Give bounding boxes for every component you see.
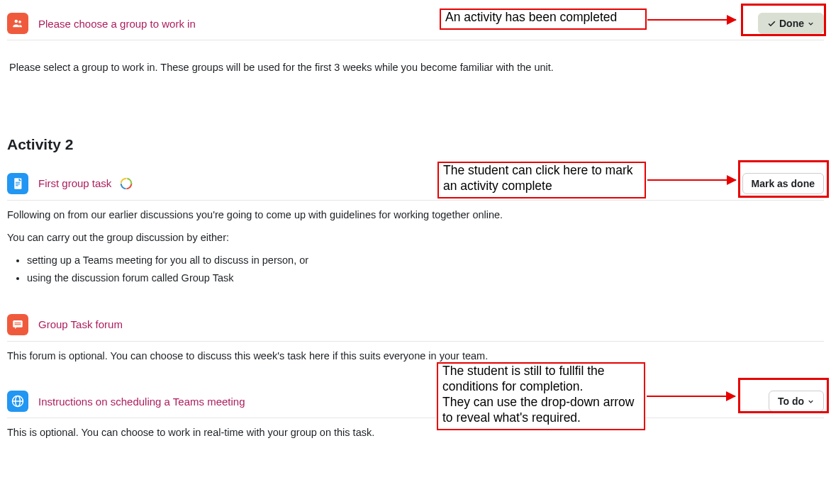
mark-as-done-label: Mark as done xyxy=(752,178,815,189)
group-icon xyxy=(7,13,28,34)
done-button[interactable]: Done xyxy=(758,13,824,34)
activity-header: Please choose a group to work in Done xyxy=(7,7,824,40)
activity-first-group-task: First group task Mark as done The studen… xyxy=(7,167,824,287)
bullet-item: using the discussion forum called Group … xyxy=(27,270,824,286)
arrow-done xyxy=(647,19,736,21)
svg-rect-12 xyxy=(15,324,21,325)
todo-button-label: To do xyxy=(778,396,804,407)
activity-title-link[interactable]: Group Task forum xyxy=(38,318,123,330)
activity-description-2: You can carry out the group discussion b… xyxy=(7,230,824,246)
activity-header: Group Task forum xyxy=(7,308,824,342)
svg-point-0 xyxy=(15,20,18,23)
document-icon xyxy=(7,173,28,194)
activity-teams-instructions: Instructions on scheduling a Teams meeti… xyxy=(7,385,824,441)
activity-title-link[interactable]: Instructions on scheduling a Teams meeti… xyxy=(38,396,245,408)
bullet-item: setting up a Teams meeting for you all t… xyxy=(27,252,824,269)
chevron-down-icon xyxy=(807,398,815,405)
activity-description: This forum is optional. You can choose t… xyxy=(7,349,824,364)
globe-icon xyxy=(7,391,28,412)
mark-as-done-button[interactable]: Mark as done xyxy=(742,173,824,194)
activity-group-choice: Please choose a group to work in Done An… xyxy=(7,7,824,76)
check-icon xyxy=(767,19,776,28)
svg-rect-11 xyxy=(15,323,21,323)
svg-rect-5 xyxy=(16,185,18,186)
svg-point-1 xyxy=(18,21,21,23)
activity-title-link[interactable]: Please choose a group to work in xyxy=(38,18,196,30)
done-button-label: Done xyxy=(779,18,804,29)
arrow-todo xyxy=(647,396,735,397)
activity-group-task-forum: Group Task forum This forum is optional.… xyxy=(7,308,824,364)
svg-rect-4 xyxy=(16,184,20,184)
section-heading: Activity 2 xyxy=(7,136,824,153)
svg-rect-10 xyxy=(13,320,23,327)
ring-icon xyxy=(118,176,134,191)
callout-todo: The student is still to fullfil the cond… xyxy=(437,362,645,430)
activity-header: Instructions on scheduling a Teams meeti… xyxy=(7,385,824,418)
svg-rect-3 xyxy=(16,182,20,183)
activity-description: This is optional. You can choose to work… xyxy=(7,425,824,441)
todo-button[interactable]: To do xyxy=(769,391,824,412)
activity-description: Please select a group to work in. These … xyxy=(9,60,824,76)
activity-title-link[interactable]: First group task xyxy=(38,177,111,189)
callout-mark-done: The student can click here to mark an ac… xyxy=(437,162,646,198)
arrow-mark-done xyxy=(647,179,736,181)
chevron-down-icon xyxy=(807,20,815,28)
forum-icon xyxy=(7,314,28,335)
activity-header: First group task Mark as done xyxy=(7,167,824,201)
activity-description: Following on from our earlier discussion… xyxy=(7,208,824,223)
callout-done: An activity has been completed xyxy=(440,9,647,30)
bullet-list: setting up a Teams meeting for you all t… xyxy=(27,252,824,286)
